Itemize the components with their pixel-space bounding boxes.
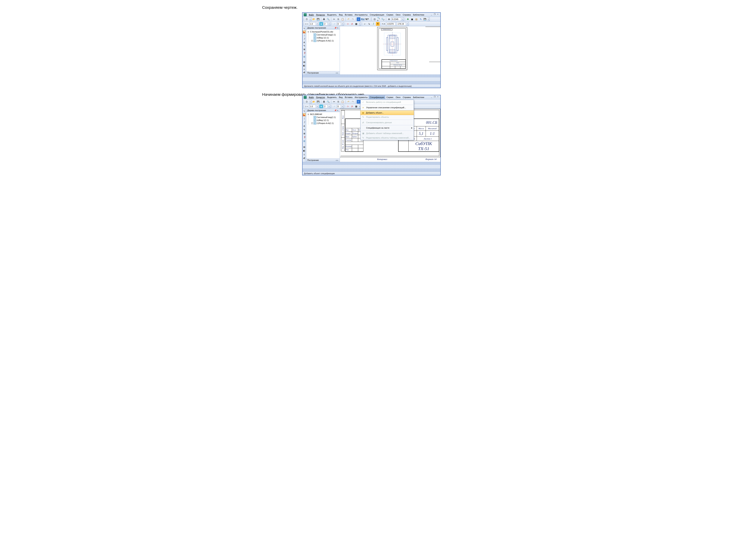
text-icon[interactable]: A	[303, 41, 306, 44]
tree-tab-nav[interactable]: ◂ ▸	[336, 159, 338, 161]
window-controls[interactable]: _ ❐ ×	[430, 13, 439, 15]
spec-dropdown-menu[interactable]: ✓Включить работу со спецификацией ≡Управ…	[360, 100, 414, 140]
menu-tools[interactable]: Инструменты	[355, 96, 367, 98]
geometry-icon[interactable]: ◣	[303, 113, 306, 116]
redo-button[interactable]: ↷	[351, 100, 355, 104]
paste-button[interactable]: 📋	[341, 100, 344, 104]
measure-icon[interactable]: 卩	[303, 136, 306, 139]
copy-button[interactable]: ⎘	[337, 17, 340, 21]
cursor-icon[interactable]: ↖	[303, 110, 306, 112]
geometry-icon[interactable]: ◣	[303, 31, 306, 33]
menu-edit-change-objects[interactable]: ✎Редактировать объекты таблицы изменений…	[361, 135, 414, 140]
notation-icon[interactable]: ℐ	[303, 121, 306, 124]
tree-item[interactable]: tСистемный вид(1:1)	[311, 116, 339, 119]
minimize-button[interactable]: _	[430, 96, 433, 98]
preview-button[interactable]: 🔍	[327, 17, 330, 21]
preview-button[interactable]: 🔍	[327, 100, 330, 104]
linestyle-icon[interactable]: ⟋	[333, 105, 336, 108]
tree-tab-nav[interactable]: ◂ ▸	[336, 72, 338, 74]
menu-view[interactable]: Вид	[339, 14, 343, 16]
layer-input[interactable]	[324, 22, 328, 26]
menubar[interactable]: Файл Редактор Выделить Вид Вставка Инстр…	[303, 13, 440, 17]
scale-input[interactable]	[309, 22, 316, 26]
copy-button[interactable]: ⎘	[337, 100, 340, 104]
tree-item[interactable]: t(п)Вид 1(1:1)	[311, 36, 339, 39]
tool3-icon[interactable]: ⩍	[303, 153, 306, 156]
spec-icon[interactable]: ≡	[357, 100, 360, 104]
round-icon[interactable]: ⤴	[371, 22, 376, 26]
snap-magnet-icon[interactable]: ⊃	[346, 105, 350, 108]
cursor-icon[interactable]: ↖	[303, 27, 306, 30]
menu-help[interactable]: Справка	[403, 14, 411, 16]
open-button[interactable]: 📂	[312, 100, 316, 104]
save2-button[interactable]: 💾	[423, 17, 427, 21]
linestyle-icon[interactable]: ⟋	[333, 22, 336, 26]
menu-window[interactable]: Окно	[396, 96, 401, 98]
coord-y-input[interactable]	[396, 22, 406, 26]
menu-service[interactable]: Сервис	[386, 96, 393, 98]
expand-icon[interactable]: +	[311, 123, 313, 124]
zoom-out-button[interactable]: 🔍-	[381, 17, 385, 21]
scale-icon[interactable]: ↕↔	[305, 22, 309, 26]
open-button[interactable]: 📂	[312, 17, 316, 21]
coords-icon[interactable]: Y↓X	[382, 22, 385, 26]
menu-select[interactable]: Выделить	[327, 96, 337, 98]
grid-icon[interactable]: ▦	[355, 22, 358, 26]
pan-button[interactable]: ✥	[406, 17, 410, 21]
menu-editor[interactable]: Редактор	[316, 96, 325, 98]
expand-icon[interactable]: +	[311, 40, 313, 42]
measure-icon[interactable]: 卩	[303, 52, 306, 54]
tool2-icon[interactable]: ◧	[303, 149, 306, 152]
menu-insert[interactable]: Вставка	[345, 14, 353, 16]
minimize-button[interactable]: _	[430, 13, 433, 15]
menu-service[interactable]: Сервис	[386, 14, 393, 16]
tool4-icon[interactable]: Æ	[303, 71, 306, 74]
tool4-icon[interactable]: Æ	[303, 157, 306, 160]
edit-button[interactable]: ✎	[419, 17, 422, 21]
toolbar-standard[interactable]: 🗋▾ 📂 💾 🖶 🔍 ✂ ⎘ 📋 ↶ ↷ ≡ f(x) ℕ? ⊡ 🔍+ 🔍- ⊕…	[303, 17, 440, 22]
menu-view[interactable]: Вид	[339, 96, 343, 98]
menu-tools[interactable]: Инструменты	[355, 14, 367, 16]
tree-item[interactable]: +t(т)Разрез А-А(1:1)	[311, 39, 339, 42]
layer-icon[interactable]: ∎	[319, 22, 323, 26]
layer-input[interactable]	[324, 105, 328, 108]
param-icon[interactable]: ⊞	[303, 48, 306, 51]
spec-tool-icon[interactable]: ▤	[303, 61, 306, 63]
menu-editor[interactable]: Редактор	[316, 14, 325, 16]
menu-add-change-object[interactable]: ▦Добавить объект таблицы изменений...	[361, 131, 414, 135]
menu-libs[interactable]: Библиотеки	[413, 96, 424, 98]
menu-add-object[interactable]: ▦Добавить объект...	[360, 110, 414, 115]
menu-edit-objects[interactable]: ✎Редактировать объекты	[361, 115, 414, 119]
menu-help[interactable]: Справка	[403, 96, 411, 98]
local-cs-icon[interactable]: ↳	[367, 22, 371, 26]
linestyle-input[interactable]	[337, 22, 341, 26]
left-toolbar[interactable]: ↖ ◣ ⟊ ℐ A ✎ ⊞ 卩 ▥ ▤ ◧ ⩍ Æ	[303, 26, 306, 75]
zoom-window-button[interactable]: ⊡	[373, 17, 377, 21]
menubar[interactable]: Файл Редактор Выделить Вид Вставка Инстр…	[303, 95, 440, 100]
scale-icon[interactable]: ↕↔	[305, 105, 309, 108]
text-icon[interactable]: A	[303, 125, 306, 128]
print-button[interactable]: 🖶	[322, 17, 326, 21]
scale-input[interactable]	[309, 105, 316, 108]
restore-button[interactable]: ❐	[434, 96, 436, 98]
tool2-icon[interactable]: ◧	[303, 64, 306, 67]
undo-button[interactable]: ↶	[346, 17, 350, 21]
menu-file[interactable]: Файл	[309, 96, 314, 98]
new-dropdown[interactable]: ▾	[309, 18, 311, 21]
dimensions-icon[interactable]: ⟊	[303, 117, 306, 120]
cut-button[interactable]: ✂	[332, 100, 336, 104]
restore-button[interactable]: ❐	[434, 13, 436, 15]
layer-icon[interactable]: ∎	[319, 105, 323, 108]
left-toolbar[interactable]: ↖ ◣ ⟊ ℐ A ✎ ⊞ 卩 ▥ ▤ ◧ ⩍ Æ	[303, 109, 306, 162]
param-icon[interactable]: ≛	[376, 22, 380, 26]
tree-pin-icon[interactable]: 📌 ✕	[334, 109, 339, 111]
save-button[interactable]: 💾	[316, 100, 320, 104]
save2-dropdown[interactable]: ▾	[428, 18, 430, 21]
menu-libs[interactable]: Библиотеки	[413, 14, 424, 16]
menu-spec-on-sheet[interactable]: Спецификация на листе▶	[361, 126, 414, 130]
coord-x-input[interactable]	[386, 22, 396, 26]
tree-tab-build[interactable]: Построение	[307, 72, 319, 74]
select-icon[interactable]: ▥	[303, 139, 306, 142]
spec-icon[interactable]: ≡	[357, 17, 360, 21]
tree-root[interactable]: 🗎 БЕЗ ИМЕНИ	[307, 113, 339, 116]
